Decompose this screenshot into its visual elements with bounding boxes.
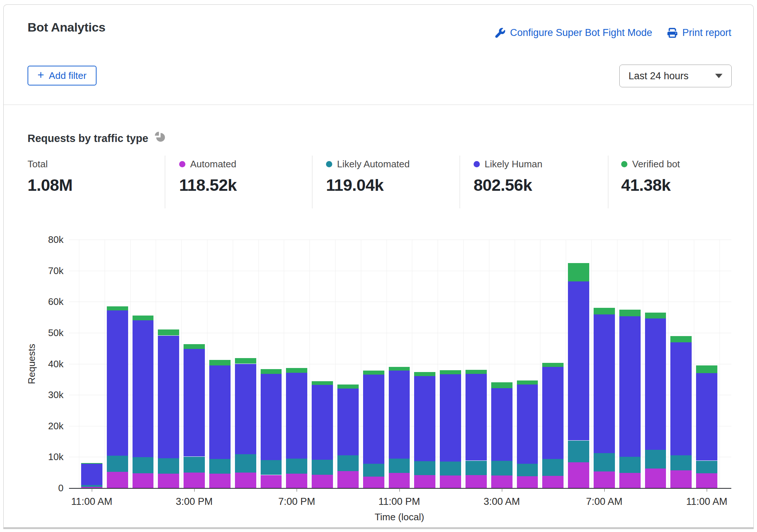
bar-segment-verified-bot[interactable] [337,385,359,389]
bar-segment-automated[interactable] [337,471,359,488]
bar-segment-verified-bot[interactable] [619,310,641,316]
bar-segment-likely-human[interactable] [363,375,384,464]
bar-segment-automated[interactable] [209,474,231,488]
bar-segment-likely-human[interactable] [312,385,333,460]
bar-segment-automated[interactable] [594,471,615,488]
bar-segment-verified-bot[interactable] [696,365,717,373]
bar-segment-verified-bot[interactable] [491,382,512,388]
bar-segment-likely-automated[interactable] [337,455,359,471]
bar-segment-verified-bot[interactable] [184,344,205,349]
bar-segment-likely-human[interactable] [389,371,410,459]
bar-segment-automated[interactable] [363,477,384,488]
bar-segment-automated[interactable] [645,469,666,488]
bar-segment-automated[interactable] [312,475,333,488]
bar-segment-likely-automated[interactable] [466,461,487,475]
bar-segment-verified-bot[interactable] [235,358,256,364]
bar-segment-likely-human[interactable] [209,365,231,459]
bar-segment-likely-automated[interactable] [363,464,384,477]
bar-segment-verified-bot[interactable] [594,308,615,314]
bar-segment-verified-bot[interactable] [107,306,128,310]
bar-segment-verified-bot[interactable] [312,381,333,385]
bar-segment-automated[interactable] [107,472,128,488]
bar-segment-likely-human[interactable] [568,281,589,440]
bar-segment-likely-human[interactable] [491,388,512,460]
bar-segment-likely-automated[interactable] [235,454,256,473]
bar-segment-verified-bot[interactable] [286,368,307,373]
bar-segment-likely-automated[interactable] [670,455,692,470]
bar-segment-likely-human[interactable] [337,389,359,455]
bar-segment-verified-bot[interactable] [542,363,564,367]
bar-segment-automated[interactable] [696,473,717,488]
bar-segment-likely-human[interactable] [286,373,307,459]
bar-segment-verified-bot[interactable] [645,313,666,318]
bar-segment-likely-human[interactable] [517,385,538,464]
bar-segment-automated[interactable] [491,475,512,488]
bar-segment-likely-automated[interactable] [312,460,333,475]
bar-segment-verified-bot[interactable] [261,369,282,374]
bar-segment-likely-automated[interactable] [184,457,205,473]
bar-segment-likely-human[interactable] [414,376,435,461]
bar-segment-likely-automated[interactable] [286,459,307,474]
bar-segment-verified-bot[interactable] [414,372,435,376]
bar-segment-likely-automated[interactable] [261,460,282,475]
bar-segment-verified-bot[interactable] [517,380,538,385]
bar-segment-likely-human[interactable] [184,349,205,457]
bar-segment-verified-bot[interactable] [81,463,102,464]
bar-segment-likely-automated[interactable] [619,457,641,473]
bar-segment-verified-bot[interactable] [209,360,231,365]
bar-segment-likely-human[interactable] [261,374,282,460]
bar-segment-likely-human[interactable] [107,310,128,456]
bar-segment-automated[interactable] [542,476,564,488]
bar-segment-likely-automated[interactable] [594,453,615,471]
bar-segment-likely-automated[interactable] [440,462,461,475]
bar-segment-likely-automated[interactable] [133,457,154,473]
bar-segment-automated[interactable] [158,474,179,488]
bar-segment-automated[interactable] [670,470,692,488]
bar-segment-likely-automated[interactable] [542,459,564,476]
bar-segment-likely-automated[interactable] [107,456,128,472]
bar-segment-likely-automated[interactable] [517,464,538,476]
bar-segment-likely-automated[interactable] [158,458,179,474]
bar-segment-likely-automated[interactable] [696,461,717,474]
bar-segment-likely-human[interactable] [81,464,102,485]
bar-segment-likely-automated[interactable] [81,485,102,487]
bar-segment-likely-human[interactable] [158,336,179,458]
bar-segment-automated[interactable] [517,476,538,488]
bar-segment-likely-automated[interactable] [568,441,589,462]
bar-segment-likely-human[interactable] [235,364,256,454]
bar-segment-automated[interactable] [389,473,410,488]
bar-segment-verified-bot[interactable] [158,329,179,335]
bar-segment-likely-human[interactable] [645,318,666,450]
bar-segment-verified-bot[interactable] [440,370,461,374]
bar-segment-verified-bot[interactable] [133,316,154,321]
bar-segment-likely-automated[interactable] [389,459,410,473]
bar-segment-likely-human[interactable] [466,374,487,460]
bar-segment-likely-human[interactable] [696,373,717,461]
bar-segment-automated[interactable] [184,473,205,488]
bar-segment-automated[interactable] [440,475,461,488]
bar-segment-automated[interactable] [261,475,282,488]
bar-segment-likely-automated[interactable] [414,461,435,475]
bar-segment-automated[interactable] [619,473,641,488]
bar-segment-likely-human[interactable] [133,320,154,457]
bar-segment-verified-bot[interactable] [568,263,589,281]
bar-segment-automated[interactable] [466,475,487,488]
bar-segment-automated[interactable] [235,473,256,488]
bar-segment-automated[interactable] [414,475,435,488]
bar-segment-verified-bot[interactable] [670,336,692,342]
bar-segment-likely-automated[interactable] [645,450,666,469]
bar-segment-automated[interactable] [568,462,589,488]
bar-segment-automated[interactable] [133,473,154,488]
y-tick-label: 30k [38,389,64,401]
bar-segment-automated[interactable] [286,474,307,488]
bar-segment-likely-human[interactable] [594,314,615,453]
bar-segment-verified-bot[interactable] [363,371,384,375]
bar-segment-likely-automated[interactable] [491,461,512,476]
bar-segment-likely-human[interactable] [670,342,692,455]
bar-segment-likely-human[interactable] [440,374,461,462]
bar-segment-verified-bot[interactable] [466,370,487,374]
bar-segment-verified-bot[interactable] [389,367,410,371]
bar-segment-likely-automated[interactable] [209,459,231,474]
bar-segment-likely-human[interactable] [542,367,564,459]
bar-segment-likely-human[interactable] [619,316,641,457]
